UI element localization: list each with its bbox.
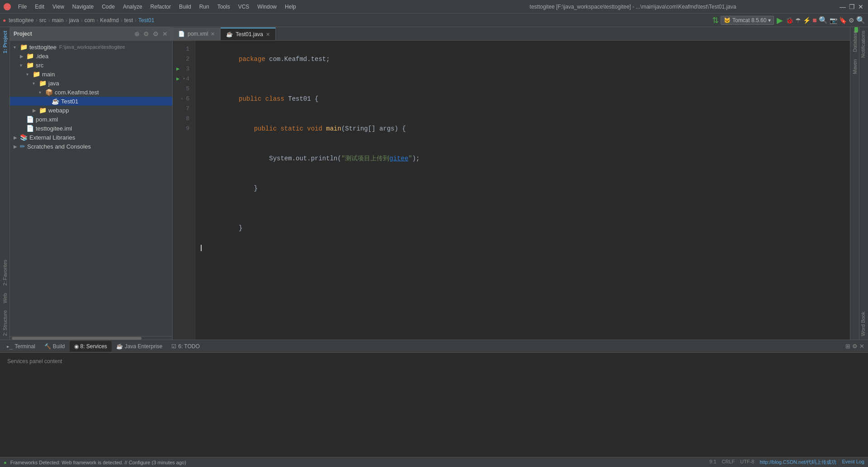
breadcrumb: ● testtogitee › src › main › java › com … bbox=[3, 17, 154, 23]
run-gutter-3[interactable]: ▶ bbox=[176, 64, 179, 74]
filter-icon[interactable]: ⚙ bbox=[142, 29, 150, 38]
menu-view[interactable]: View bbox=[49, 3, 68, 11]
database-panel-toggle[interactable]: Database bbox=[851, 27, 859, 56]
menu-tools[interactable]: Tools bbox=[214, 3, 234, 11]
search-everywhere-button[interactable]: 🔍 bbox=[856, 16, 865, 24]
java-enterprise-tab-label: Java Enterprise bbox=[125, 343, 162, 350]
tab-pomxml[interactable]: 📄 pom.xml ✕ bbox=[173, 28, 221, 40]
camera-button[interactable]: 📷 bbox=[830, 17, 837, 24]
line-numbers: 1 2 ▶ 3 ▶ ▾ 4 5 ▹ 6 7 8 9 bbox=[173, 41, 195, 340]
settings-nav-button[interactable]: ⚙ bbox=[849, 17, 854, 24]
run-config-selector[interactable]: 🐱 Tomcat 8.5.60 ▾ bbox=[721, 16, 774, 25]
code-editor[interactable]: 1 2 ▶ 3 ▶ ▾ 4 5 ▹ 6 7 8 9 bbox=[173, 41, 850, 340]
structure-panel-toggle[interactable]: 2: Structure bbox=[1, 307, 9, 340]
menu-code[interactable]: Code bbox=[98, 3, 118, 11]
tree-src[interactable]: ▾ 📁 src bbox=[10, 61, 172, 70]
maximize-button[interactable]: ❐ bbox=[848, 3, 855, 10]
tree-external-libs[interactable]: ▶ 📚 External Libraries bbox=[10, 133, 172, 142]
menu-refactor[interactable]: Refactor bbox=[147, 3, 175, 11]
tab-test01java[interactable]: ☕ Test01.java ✕ bbox=[221, 28, 276, 40]
tree-webapp[interactable]: ▶ 📁 webapp bbox=[10, 106, 172, 115]
breadcrumb-test[interactable]: test bbox=[124, 17, 133, 23]
code-line-3: public class Test01 { bbox=[201, 84, 844, 114]
services-tab[interactable]: ◉ 8: Services bbox=[70, 341, 112, 352]
breadcrumb-project[interactable]: testtogitee bbox=[9, 17, 33, 23]
pomxml-tab-close[interactable]: ✕ bbox=[211, 31, 215, 37]
tree-root[interactable]: ▾ 📁 testtogitee F:\java_workspace\testto… bbox=[10, 42, 172, 51]
status-position[interactable]: 9:1 bbox=[709, 459, 716, 466]
collapse-gutter-4[interactable]: ▾ bbox=[183, 74, 185, 84]
profiler-button[interactable]: ⚡ bbox=[803, 17, 811, 24]
menu-file[interactable]: File bbox=[14, 3, 30, 11]
menu-analyze[interactable]: Analyze bbox=[119, 3, 146, 11]
status-bar: ● Frameworks Detected: Web framework is … bbox=[0, 457, 868, 467]
bookmark-button[interactable]: 🔖 bbox=[839, 17, 847, 24]
close-button[interactable]: ✕ bbox=[857, 3, 864, 10]
pom-xml-icon: 📄 bbox=[26, 116, 34, 123]
run-gutter-4[interactable]: ▶ bbox=[176, 74, 179, 84]
package-icon: 📦 bbox=[45, 89, 53, 96]
wordbook-panel-toggle[interactable]: Word Book bbox=[859, 308, 868, 340]
todo-tab[interactable]: ☑ 6: TODO bbox=[167, 341, 204, 352]
java-enterprise-tab[interactable]: ☕ Java Enterprise bbox=[112, 341, 167, 352]
tree-scratches[interactable]: ▶ ✏ Scratches and Consoles bbox=[10, 142, 172, 151]
build-tab[interactable]: 🔨 Build bbox=[40, 341, 70, 352]
minimize-button[interactable]: — bbox=[839, 3, 846, 10]
collapse-gutter-6[interactable]: ▹ bbox=[181, 94, 184, 104]
menu-run[interactable]: Run bbox=[196, 3, 213, 11]
nav-bar: ● testtogitee › src › main › java › com … bbox=[0, 14, 868, 27]
services-tab-label: 8: Services bbox=[80, 343, 107, 350]
breadcrumb-java[interactable]: java bbox=[69, 17, 79, 23]
maven-panel-toggle[interactable]: Maven bbox=[851, 56, 859, 78]
expand-arrow-webapp: ▶ bbox=[33, 108, 39, 113]
web-panel-toggle[interactable]: Web bbox=[1, 290, 9, 307]
event-log-button[interactable]: Event Log bbox=[842, 459, 864, 466]
tree-iml[interactable]: ▶ 📄 testtogitee.iml bbox=[10, 124, 172, 133]
menu-navigate[interactable]: Navigate bbox=[69, 3, 97, 11]
tree-package[interactable]: ▾ 📦 com.Keafmd.test bbox=[10, 88, 172, 97]
menu-edit[interactable]: Edit bbox=[31, 3, 48, 11]
menu-vcs[interactable]: VCS bbox=[235, 3, 253, 11]
notifications-panel-toggle[interactable]: Notifications bbox=[859, 27, 868, 61]
debug-button[interactable]: 🐞 bbox=[786, 17, 793, 24]
tree-java[interactable]: ▾ 📁 java bbox=[10, 79, 172, 88]
tree-idea[interactable]: ▶ 📁 .idea bbox=[10, 51, 172, 61]
status-crlf[interactable]: CRLF bbox=[722, 459, 735, 466]
coverage-button[interactable]: ☂ bbox=[795, 17, 801, 24]
favorites-panel-toggle[interactable]: 2: Favorites bbox=[1, 256, 9, 289]
code-content[interactable]: package com.Keafmd.test; public class Te… bbox=[195, 41, 850, 340]
project-panel-toggle[interactable]: 1: Project bbox=[1, 27, 9, 57]
line-4: ▶ ▾ 4 bbox=[175, 74, 193, 84]
tree-main[interactable]: ▾ 📁 main bbox=[10, 70, 172, 79]
find-button[interactable]: 🔍 bbox=[819, 16, 828, 24]
close-panel-icon[interactable]: ✕ bbox=[161, 29, 169, 38]
stop-button[interactable]: ■ bbox=[812, 16, 817, 24]
run-button[interactable]: ▶ bbox=[777, 15, 783, 25]
terminal-tab[interactable]: ▸_ Terminal bbox=[2, 341, 40, 352]
tree-test01[interactable]: ▶ ☕ Test01 bbox=[10, 97, 172, 106]
settings-bottom-button[interactable]: ⚙ bbox=[852, 343, 858, 350]
restore-button[interactable]: ⊞ bbox=[845, 343, 850, 350]
app-icon bbox=[4, 3, 11, 10]
add-icon[interactable]: ⊕ bbox=[133, 29, 141, 38]
breadcrumb-keafmd[interactable]: Keafmd bbox=[100, 17, 118, 23]
status-charset[interactable]: UTF-8 bbox=[740, 459, 754, 466]
breadcrumb-src[interactable]: src bbox=[39, 17, 47, 23]
breadcrumb-main[interactable]: main bbox=[52, 17, 64, 23]
menu-help[interactable]: Help bbox=[281, 3, 300, 11]
code-line-6: } bbox=[201, 173, 844, 203]
close-bottom-button[interactable]: ✕ bbox=[859, 343, 864, 350]
settings-icon[interactable]: ⚙ bbox=[152, 29, 160, 38]
menu-build[interactable]: Build bbox=[175, 3, 195, 11]
breadcrumb-test01[interactable]: Test01 bbox=[138, 17, 154, 23]
breadcrumb-com[interactable]: com bbox=[85, 17, 95, 23]
test01-tab-close[interactable]: ✕ bbox=[266, 32, 270, 37]
project-folder-icon: 📁 bbox=[20, 43, 28, 51]
menu-window[interactable]: Window bbox=[254, 3, 280, 11]
vcs-icon[interactable]: ⇅ bbox=[712, 15, 719, 25]
tree-pomxml[interactable]: ▶ 📄 pom.xml bbox=[10, 115, 172, 124]
project-panel-scrollbar[interactable] bbox=[10, 336, 172, 340]
status-message[interactable]: Frameworks Detected: Web framework is de… bbox=[10, 460, 186, 465]
dropdown-icon: ▾ bbox=[768, 17, 771, 23]
code-line-9 bbox=[201, 243, 844, 253]
